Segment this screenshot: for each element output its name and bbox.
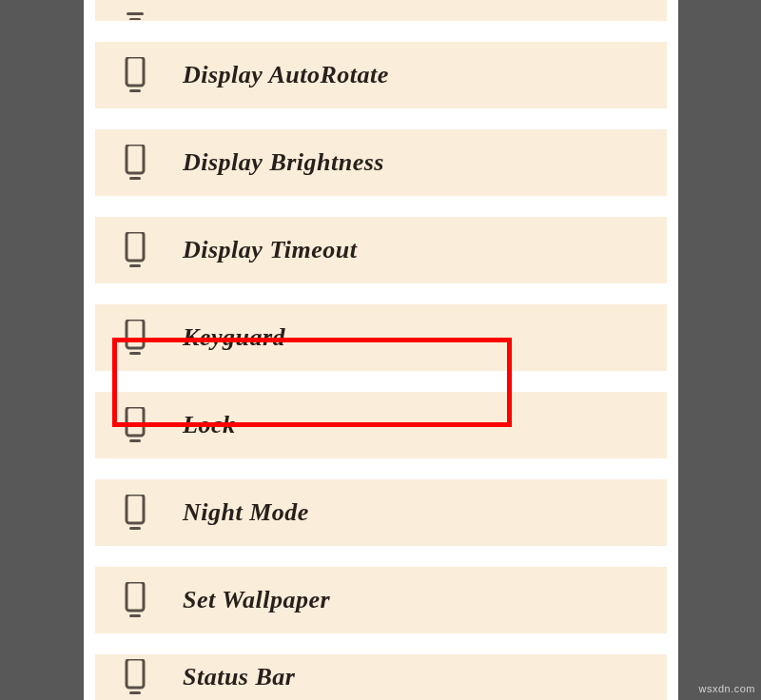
svg-rect-6 xyxy=(127,232,144,261)
svg-rect-1 xyxy=(129,18,141,20)
list-item[interactable]: Night Mode xyxy=(95,479,667,546)
svg-rect-16 xyxy=(127,659,144,688)
settings-list: Display AutoRotate Display Brightness Di… xyxy=(95,0,667,700)
svg-rect-11 xyxy=(129,439,141,442)
phone-icon xyxy=(124,659,146,695)
phone-icon xyxy=(124,320,146,356)
svg-rect-0 xyxy=(127,12,144,15)
settings-panel: Display AutoRotate Display Brightness Di… xyxy=(84,0,678,700)
list-item-label: Status Bar xyxy=(183,663,295,691)
list-item[interactable] xyxy=(95,0,667,21)
phone-icon xyxy=(124,232,146,268)
list-item-label: Keyguard xyxy=(183,323,285,352)
svg-rect-7 xyxy=(129,264,141,267)
watermark: wsxdn.com xyxy=(698,683,755,694)
phone-icon xyxy=(124,145,146,181)
list-item-label: Display Timeout xyxy=(183,236,357,264)
list-item[interactable]: Keyguard xyxy=(95,304,667,371)
list-item-label: Set Wallpaper xyxy=(183,586,330,614)
svg-rect-9 xyxy=(129,352,141,355)
svg-rect-15 xyxy=(129,614,141,617)
svg-rect-2 xyxy=(127,57,144,86)
svg-rect-4 xyxy=(127,145,144,173)
phone-icon xyxy=(124,407,146,443)
phone-icon xyxy=(124,495,146,531)
list-item-lock[interactable]: Lock xyxy=(95,392,667,458)
list-item[interactable]: Display Brightness xyxy=(95,129,667,196)
svg-rect-13 xyxy=(129,527,141,530)
svg-rect-5 xyxy=(129,177,141,180)
svg-rect-14 xyxy=(127,582,144,611)
list-item-label: Display Brightness xyxy=(183,148,384,177)
phone-icon xyxy=(124,57,146,93)
svg-rect-12 xyxy=(127,495,144,523)
list-item[interactable]: Display AutoRotate xyxy=(95,42,667,108)
svg-rect-10 xyxy=(127,407,144,436)
phone-icon xyxy=(124,582,146,618)
list-item[interactable]: Set Wallpaper xyxy=(95,567,667,633)
list-item-label: Lock xyxy=(183,411,235,439)
list-item-label: Night Mode xyxy=(183,498,309,527)
list-item-label: Display AutoRotate xyxy=(183,61,389,89)
svg-rect-17 xyxy=(129,691,141,694)
svg-rect-8 xyxy=(127,320,144,348)
list-item[interactable]: Status Bar xyxy=(95,654,667,700)
phone-icon xyxy=(124,12,146,20)
svg-rect-3 xyxy=(129,89,141,92)
list-item[interactable]: Display Timeout xyxy=(95,217,667,283)
